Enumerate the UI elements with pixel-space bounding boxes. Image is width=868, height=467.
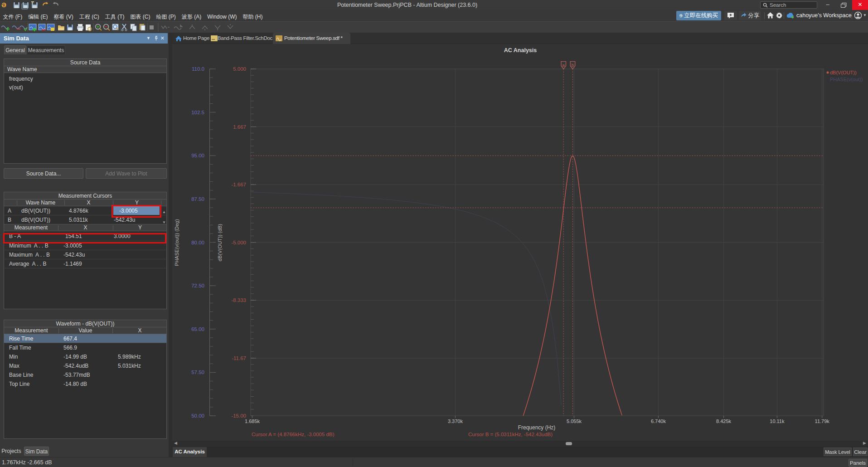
svg-text:57.50: 57.50 (191, 370, 204, 375)
svg-text:5.000: 5.000 (233, 66, 246, 72)
svg-text:10.11k: 10.11k (770, 418, 785, 424)
svg-text:11.79k: 11.79k (815, 418, 830, 424)
svg-text:Cursor B = (5.0311kHz, -542.43: Cursor B = (5.0311kHz, -542.43udB) (468, 432, 553, 437)
svg-text:-11.67: -11.67 (232, 355, 246, 361)
svg-text:65.00: 65.00 (191, 326, 204, 332)
svg-text:5.055k: 5.055k (567, 418, 582, 424)
svg-text:95.00: 95.00 (191, 153, 204, 158)
svg-text:Ə: Ə (1, 1, 6, 9)
svg-text:dB(V(OUT)) (dB): dB(V(OUT)) (dB) (217, 224, 223, 262)
svg-text:a: a (563, 63, 565, 68)
svg-text:-1.667: -1.667 (231, 182, 246, 187)
svg-text:6.740k: 6.740k (651, 418, 666, 424)
svg-text:110.0: 110.0 (192, 66, 204, 72)
svg-text:dB(V(OUT)): dB(V(OUT)) (830, 70, 857, 75)
svg-text:-5.000: -5.000 (231, 240, 246, 245)
svg-text:102.5: 102.5 (191, 110, 204, 115)
svg-text:3.370k: 3.370k (448, 418, 463, 424)
svg-text:-15.00: -15.00 (231, 413, 246, 418)
svg-text:Cursor A = (4.8766kHz, -3.0005: Cursor A = (4.8766kHz, -3.0005 dB) (252, 432, 335, 437)
svg-text:80.00: 80.00 (191, 240, 204, 245)
svg-text:Frequency (Hz): Frequency (Hz) (518, 424, 556, 431)
svg-text:50.00: 50.00 (191, 413, 204, 418)
svg-text:AC Analysis: AC Analysis (504, 47, 537, 54)
svg-text:1.685k: 1.685k (245, 418, 260, 424)
svg-text:72.50: 72.50 (191, 283, 204, 288)
svg-text:87.50: 87.50 (191, 196, 204, 202)
svg-text:b: b (572, 63, 574, 68)
svg-text:8.425k: 8.425k (716, 418, 732, 424)
svg-text:PHASE(v(out)) (Deg): PHASE(v(out)) (Deg) (174, 219, 179, 266)
svg-text:1.667: 1.667 (233, 124, 246, 130)
svg-text:-8.333: -8.333 (231, 297, 246, 303)
svg-text:PHASE(v(out)): PHASE(v(out)) (830, 77, 863, 82)
